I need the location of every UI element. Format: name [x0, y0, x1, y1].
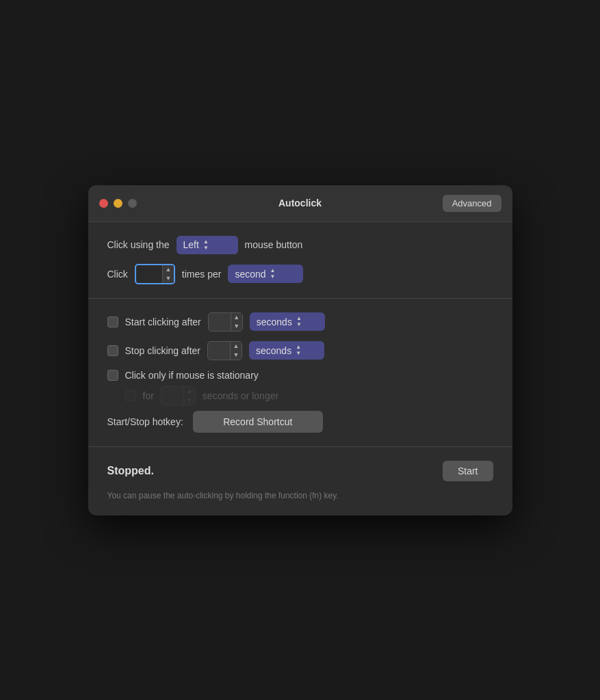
- stop-after-label: Stop clicking after: [125, 345, 201, 356]
- stop-after-down[interactable]: ▼: [231, 351, 242, 360]
- bottom-section: Stopped. Start You can pause the auto-cl…: [88, 447, 512, 515]
- start-after-arrows: ▲ ▼: [231, 313, 242, 331]
- stop-unit-select[interactable]: seconds ▲ ▼: [249, 341, 324, 360]
- click-rate-row: Click 20 ▲ ▼ times per second ▲ ▼: [107, 264, 493, 284]
- titlebar: Autoclick Advanced: [88, 185, 512, 222]
- traffic-lights: [99, 199, 137, 208]
- start-unit-select[interactable]: seconds ▲ ▼: [250, 312, 325, 331]
- stop-after-input[interactable]: 1: [208, 342, 230, 359]
- stationary-row: Click only if mouse is stationary: [107, 370, 493, 381]
- times-per-label: times per: [182, 269, 222, 280]
- stop-after-stepper[interactable]: 1 ▲ ▼: [207, 341, 242, 360]
- stationary-label: Click only if mouse is stationary: [125, 370, 259, 381]
- mouse-button-arrows: ▲ ▼: [203, 239, 209, 251]
- window-title: Autoclick: [278, 198, 322, 208]
- stationary-up: ▲: [184, 387, 195, 396]
- close-button[interactable]: [99, 199, 108, 208]
- stationary-container: Click only if mouse is stationary for 1 …: [107, 370, 493, 405]
- mouse-button-row: Click using the Left ▲ ▼ mouse button: [107, 236, 493, 254]
- stationary-down: ▼: [184, 396, 195, 405]
- stationary-duration-input: 1: [161, 388, 183, 404]
- mouse-button-value: Left: [183, 239, 199, 250]
- stop-after-checkbox[interactable]: [107, 345, 118, 356]
- start-after-input[interactable]: 1: [209, 314, 231, 330]
- click-count-down[interactable]: ▼: [163, 274, 174, 283]
- click-count-arrows: ▲ ▼: [162, 265, 174, 283]
- mouse-button-suffix: mouse button: [245, 239, 303, 250]
- hotkey-label: Start/Stop hotkey:: [107, 416, 183, 427]
- stationary-duration-row: for 1 ▲ ▼ seconds or longer: [107, 386, 493, 405]
- status-text: Stopped.: [107, 465, 154, 477]
- status-row: Stopped. Start: [107, 461, 493, 481]
- start-unit-value: seconds: [257, 317, 292, 327]
- mouse-button-select[interactable]: Left ▲ ▼: [177, 236, 238, 254]
- hint-text: You can pause the auto-clicking by holdi…: [107, 489, 493, 502]
- start-after-checkbox[interactable]: [107, 317, 118, 327]
- hotkey-row: Start/Stop hotkey: Record Shortcut: [107, 411, 493, 433]
- stationary-checkbox[interactable]: [107, 370, 118, 381]
- stationary-for-label: for: [143, 390, 154, 401]
- record-shortcut-button[interactable]: Record Shortcut: [193, 411, 323, 433]
- minimize-button[interactable]: [114, 199, 122, 208]
- start-after-stepper[interactable]: 1 ▲ ▼: [208, 312, 243, 332]
- stop-after-up[interactable]: ▲: [231, 342, 242, 351]
- click-settings-section: Click using the Left ▲ ▼ mouse button Cl…: [88, 222, 512, 299]
- frequency-arrows: ▲ ▼: [270, 268, 276, 280]
- stop-after-row: Stop clicking after 1 ▲ ▼ seconds ▲ ▼: [107, 341, 493, 360]
- stationary-duration-arrows: ▲ ▼: [183, 387, 195, 405]
- start-after-row: Start clicking after 1 ▲ ▼ seconds ▲ ▼: [107, 312, 493, 332]
- start-after-label: Start clicking after: [125, 317, 201, 327]
- frequency-select[interactable]: second ▲ ▼: [228, 265, 303, 283]
- stop-after-arrows: ▲ ▼: [230, 342, 242, 360]
- click-label: Click: [107, 269, 128, 280]
- maximize-button[interactable]: [128, 199, 137, 208]
- start-after-up[interactable]: ▲: [231, 313, 242, 322]
- stop-unit-value: seconds: [256, 345, 291, 356]
- click-count-stepper[interactable]: 20 ▲ ▼: [135, 264, 175, 284]
- advanced-button[interactable]: Advanced: [443, 195, 501, 212]
- click-count-input[interactable]: 20: [136, 266, 162, 282]
- start-after-down[interactable]: ▼: [231, 322, 242, 331]
- stationary-duration-stepper: 1 ▲ ▼: [161, 386, 196, 405]
- click-using-label: Click using the: [107, 239, 170, 250]
- start-button[interactable]: Start: [443, 461, 493, 481]
- click-count-up[interactable]: ▲: [163, 265, 174, 274]
- frequency-value: second: [235, 269, 265, 280]
- autoclick-window: Autoclick Advanced Click using the Left …: [88, 185, 512, 515]
- timing-section: Start clicking after 1 ▲ ▼ seconds ▲ ▼ S…: [88, 299, 512, 447]
- stationary-suffix: seconds or longer: [203, 390, 278, 401]
- stationary-sub-checkbox[interactable]: [125, 390, 136, 401]
